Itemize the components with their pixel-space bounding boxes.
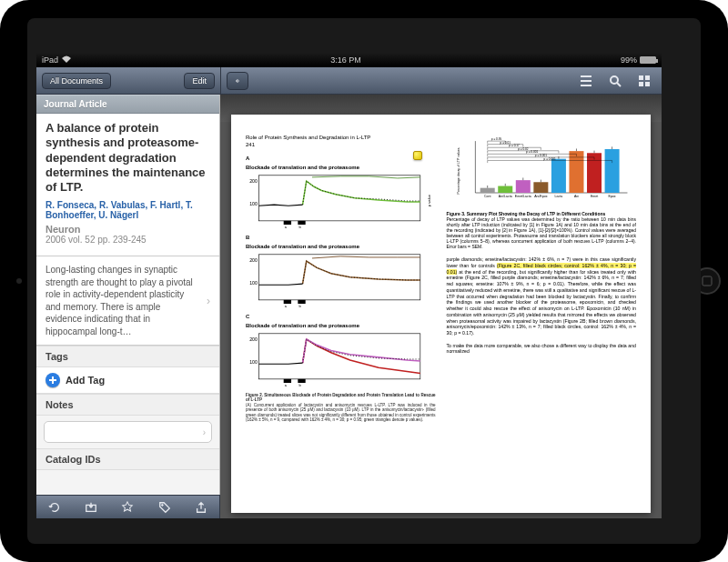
tag-icon (158, 501, 171, 514)
sidebar: Journal Article A balance of protein syn… (36, 95, 220, 495)
tags-header: Tags (36, 346, 219, 367)
front-camera (16, 278, 22, 284)
svg-text:p = 0.001: p = 0.001 (543, 157, 555, 161)
panel-b-title: Blockade of translation and the proteaso… (246, 244, 436, 251)
star-icon (121, 501, 134, 514)
svg-rect-53 (604, 149, 619, 193)
svg-rect-7 (259, 176, 420, 221)
svg-text:Epox: Epox (608, 195, 615, 198)
svg-text:p value: p value (427, 194, 431, 206)
add-tag-label: Add Tag (66, 375, 105, 386)
panel-b-chart: 200100 ab (246, 252, 436, 310)
viewer-toolbar (220, 67, 662, 95)
figure-3-barchart: Percentage decay of LTP valuesContAni/La… (447, 135, 637, 207)
svg-point-0 (611, 76, 618, 84)
all-documents-button[interactable]: All Documents (42, 73, 111, 89)
svg-text:b: b (298, 383, 301, 387)
chevron-right-icon: › (207, 294, 210, 308)
catalog-ids-header: Catalog IDs (36, 448, 219, 470)
svg-text:200: 200 (249, 336, 258, 342)
article-title: A balance of protein synthesis and prote… (46, 121, 210, 195)
svg-text:Ani/Lacta: Ani/Lacta (498, 195, 511, 198)
svg-text:200: 200 (249, 178, 258, 184)
svg-text:Ani/Epox: Ani/Epox (534, 195, 547, 198)
svg-rect-38 (515, 180, 530, 193)
body-text: purple diamonds; emetine/lactacystin: 14… (447, 256, 637, 355)
edit-button[interactable]: Edit (184, 73, 215, 89)
import-icon (85, 501, 97, 514)
svg-rect-41 (533, 182, 548, 193)
article-abstract: Long-lasting changes in synaptic strengt… (46, 264, 210, 337)
svg-text:100: 100 (249, 359, 258, 365)
svg-text:100: 100 (249, 280, 258, 286)
svg-text:Ani: Ani (573, 195, 578, 198)
page-number: 241 (246, 142, 436, 149)
svg-text:a: a (285, 225, 288, 229)
svg-text:Lacta: Lacta (554, 195, 562, 198)
sidebar-bottom-toolbar (36, 495, 220, 518)
svg-rect-35 (498, 186, 512, 193)
section-journal-article: Journal Article (36, 95, 219, 114)
grid-icon (637, 74, 652, 88)
battery-label: 99% (621, 55, 637, 65)
notes-row[interactable]: › (44, 421, 212, 443)
add-tag-button[interactable]: Add Tag (36, 367, 219, 394)
svg-text:Emet/Lacta: Emet/Lacta (514, 195, 531, 198)
article-abstract-row[interactable]: Long-lasting changes in synaptic strengt… (36, 256, 219, 346)
panel-a-chart: 200 100 ab p value (246, 173, 436, 231)
import-button[interactable] (79, 497, 103, 517)
back-arrow-icon (235, 75, 240, 86)
wifi-icon (62, 55, 71, 65)
panel-c-title: Blockade of translation and the proteaso… (246, 323, 436, 330)
grid-view-button[interactable] (632, 71, 656, 91)
favorite-button[interactable] (116, 497, 139, 517)
svg-text:b: b (298, 304, 301, 308)
status-bar: iPad 3:16 PM 99% (36, 53, 662, 67)
list-view-button[interactable] (574, 71, 598, 91)
svg-rect-1 (639, 75, 643, 80)
screen: iPad 3:16 PM 99% All Documents Edit (36, 53, 662, 518)
running-head: Role of Protein Synthesis and Degradatio… (246, 135, 436, 142)
search-button[interactable] (603, 71, 627, 91)
battery-icon (640, 56, 656, 64)
share-button[interactable] (189, 497, 213, 517)
article-info[interactable]: A balance of protein synthesis and prote… (36, 114, 219, 256)
article-meta: 2006 vol. 52 pp. 239-245 (46, 235, 210, 245)
svg-rect-32 (480, 188, 494, 193)
svg-text:Percentage decay of LTP values: Percentage decay of LTP values (456, 147, 460, 194)
refresh-button[interactable] (43, 497, 66, 517)
svg-text:b: b (298, 225, 301, 229)
pdf-page[interactable]: Role of Protein Synthesis and Degradatio… (231, 115, 651, 513)
sidebar-toolbar: All Documents Edit (36, 67, 220, 95)
svg-text:a: a (285, 383, 288, 387)
svg-rect-15 (259, 255, 420, 300)
carrier-label: iPad (42, 55, 58, 65)
article-journal: Neuron (46, 224, 210, 235)
notes-header: Notes (36, 394, 219, 416)
svg-rect-44 (551, 159, 565, 193)
tag-button[interactable] (153, 497, 177, 517)
share-icon (195, 501, 207, 514)
clock: 3:16 PM (71, 55, 621, 65)
figure-2-caption: Figure 2. Simultaneous Blockade of Prote… (246, 393, 436, 422)
ipad-frame: iPad 3:16 PM 99% All Documents Edit (0, 0, 728, 562)
svg-point-6 (161, 504, 163, 506)
panel-a-title: Blockade of translation and the proteaso… (246, 165, 436, 172)
svg-rect-2 (645, 75, 650, 80)
article-authors: R. Fonseca, R. Vabulas, F. Hartl, T. Bon… (46, 200, 210, 220)
plus-icon (46, 373, 60, 387)
search-icon (608, 74, 622, 88)
svg-text:a: a (285, 304, 288, 308)
figure-3-caption: Figure 3. Summary Plot Showing the Decay… (447, 211, 637, 249)
chevron-right-icon: › (203, 427, 206, 437)
svg-text:100: 100 (249, 201, 258, 206)
list-icon (579, 74, 593, 88)
document-viewer[interactable]: Role of Protein Synthesis and Degradatio… (220, 95, 662, 518)
back-button[interactable] (227, 72, 248, 90)
svg-text:Cont: Cont (483, 195, 490, 198)
annotation-note-icon[interactable] (413, 151, 422, 160)
svg-text:200: 200 (249, 257, 258, 263)
svg-rect-4 (645, 82, 650, 86)
panel-c-chart: 200100 ab (246, 331, 436, 389)
svg-text:Emet: Emet (590, 195, 597, 198)
